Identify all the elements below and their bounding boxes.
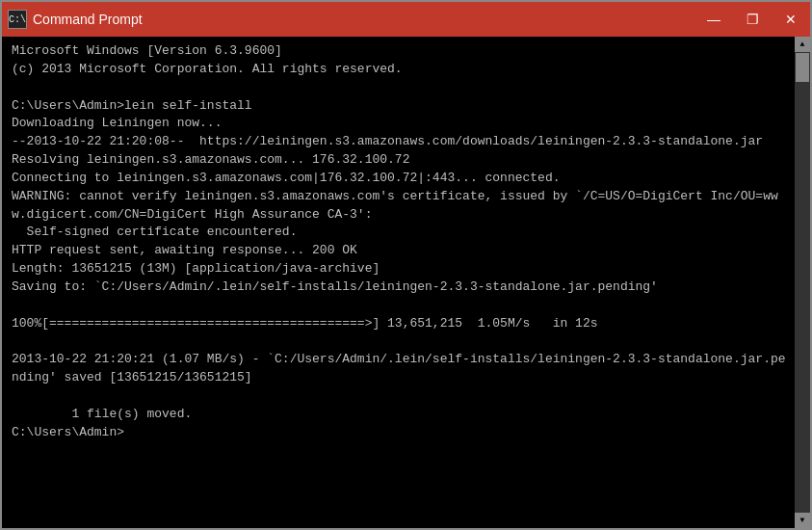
command-prompt-window: C:\ Command Prompt — ❐ ✕ Microsoft Windo… bbox=[0, 0, 812, 530]
window-title: Command Prompt bbox=[33, 12, 143, 27]
maximize-button[interactable]: ❐ bbox=[733, 2, 772, 37]
titlebar-left: C:\ Command Prompt bbox=[8, 10, 220, 29]
terminal-output: Microsoft Windows [Version 6.3.9600] (c)… bbox=[12, 42, 802, 522]
titlebar-controls: — ❐ ✕ bbox=[694, 2, 810, 37]
titlebar: C:\ Command Prompt — ❐ ✕ bbox=[2, 2, 810, 37]
scrollbar-thumb[interactable] bbox=[796, 53, 809, 82]
scrollbar[interactable]: ▲ ▼ bbox=[795, 37, 810, 528]
close-button[interactable]: ✕ bbox=[772, 2, 810, 37]
terminal-area[interactable]: Microsoft Windows [Version 6.3.9600] (c)… bbox=[2, 37, 810, 528]
cmd-icon: C:\ bbox=[8, 10, 27, 29]
scroll-down-arrow[interactable]: ▼ bbox=[795, 513, 810, 528]
scroll-up-arrow[interactable]: ▲ bbox=[795, 37, 810, 52]
scrollbar-track[interactable] bbox=[795, 52, 810, 513]
minimize-button[interactable]: — bbox=[694, 2, 733, 37]
